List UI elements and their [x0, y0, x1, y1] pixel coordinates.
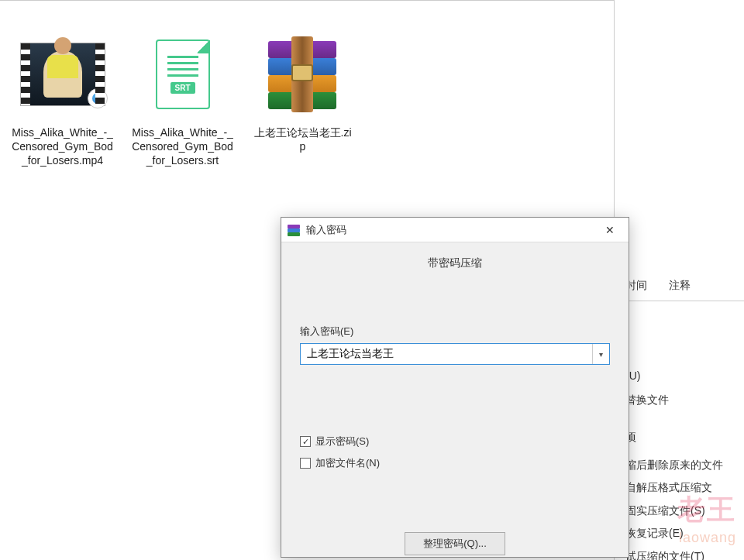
zip-archive-icon: [257, 28, 350, 121]
file-label: Miss_Alika_White_-_Censored_Gym_Bod_for_…: [131, 125, 234, 168]
replace-file-label: 替换文件: [625, 388, 669, 412]
manage-passwords-button[interactable]: 整理密码(Q)...: [405, 532, 505, 555]
file-list: Miss_Alika_White_-_Censored_Gym_Bod_for_…: [6, 23, 359, 173]
encrypt-names-label: 加密文件名(N): [315, 456, 380, 470]
dialog-title: 输入密码: [306, 223, 598, 237]
dialog-titlebar[interactable]: 输入密码 ✕: [281, 218, 629, 242]
bg-check-test[interactable]: 试压缩的文件(T): [625, 545, 723, 560]
password-input[interactable]: [301, 344, 592, 364]
encrypt-names-checkbox[interactable]: [300, 458, 311, 469]
file-item-zip[interactable]: 上老王论坛当老王.zip: [246, 23, 359, 173]
close-icon: ✕: [605, 224, 615, 236]
bg-check-delete[interactable]: 缩后删除原来的文件: [625, 454, 723, 476]
password-combobox[interactable]: ▾: [300, 343, 610, 365]
dialog-subtitle: 带密码压缩: [300, 256, 610, 270]
option-suffix: (U): [625, 364, 669, 388]
file-item-srt[interactable]: SRT Miss_Alika_White_-_Censored_Gym_Bod_…: [126, 23, 239, 173]
password-dialog: 输入密码 ✕ 带密码压缩 输入密码(E) ▾ 显示密码(S) 加密文件名(N) …: [281, 217, 629, 558]
video-thumbnail-icon: [16, 28, 109, 121]
close-button[interactable]: ✕: [598, 221, 622, 239]
show-password-label: 显示密码(S): [315, 435, 369, 448]
srt-file-icon: SRT: [136, 28, 229, 121]
file-label: Miss_Alika_White_-_Censored_Gym_Bod_for_…: [11, 125, 114, 168]
background-panel: 时间 注释 (U) 替换文件 顷 缩后删除原来的文件 自解压格式压缩文 固实压缩…: [614, 0, 744, 560]
file-item-video[interactable]: Miss_Alika_White_-_Censored_Gym_Bod_for_…: [6, 23, 119, 173]
winrar-icon: [288, 224, 300, 236]
file-label: 上老王论坛当老王.zip: [251, 125, 354, 153]
dropdown-arrow-icon[interactable]: ▾: [592, 344, 609, 364]
bg-check-sfx[interactable]: 自解压格式压缩文: [625, 476, 723, 499]
bg-check-solid[interactable]: 固实压缩文件(S): [625, 500, 723, 522]
password-label: 输入密码(E): [300, 325, 610, 338]
tab-comment[interactable]: 注释: [669, 279, 691, 293]
play-badge-icon: [88, 88, 108, 108]
show-password-checkbox[interactable]: [300, 436, 311, 447]
bg-check-recovery[interactable]: 恢复记录(E): [625, 522, 723, 545]
